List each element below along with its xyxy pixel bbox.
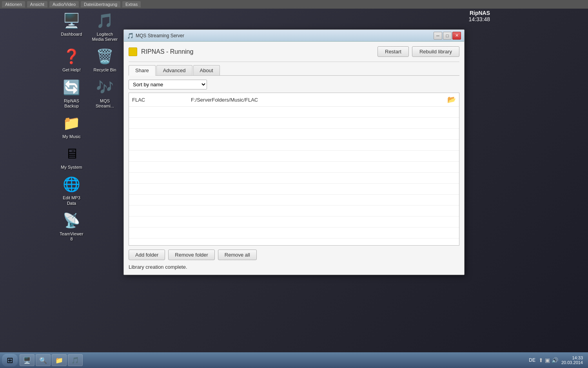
empty-row-12	[129, 228, 459, 239]
taskbar-icon-1: 🔍	[39, 357, 47, 364]
empty-row-3	[129, 129, 459, 140]
taskbar-icon-2: 📁	[55, 357, 63, 364]
taskbar-item-2[interactable]: 📁	[52, 354, 67, 366]
taskbar-item-3[interactable]: 🎵	[68, 354, 83, 366]
remove-all-button[interactable]: Remove all	[218, 250, 257, 260]
empty-row-1	[129, 107, 459, 118]
ripnas-backup-icon: 🔄	[62, 78, 81, 97]
taskbar-lang: DE	[529, 357, 535, 363]
desktop-icon-teamviewer[interactable]: 📡 TeamViewer 8	[57, 210, 86, 243]
topbar-tab-extras[interactable]: Extras	[122, 1, 141, 7]
desktop-icon-edit-mp3[interactable]: 🌐 Edit MP3 Data	[57, 173, 86, 207]
dashboard-label: Dashboard	[61, 32, 82, 37]
close-button[interactable]: ✕	[452, 32, 461, 40]
mqs-window: 🎵 MQS Streaming Server ─ □ ✕ RIPNAS - Ru…	[123, 29, 465, 275]
tab-about[interactable]: About	[193, 65, 220, 75]
my-system-label: My System	[61, 165, 82, 170]
my-system-icon: 🖥	[62, 144, 81, 163]
gethelp-icon: ❓	[62, 47, 81, 66]
mqs-streaming-icon: 🎶	[96, 78, 114, 97]
ripnas-title: RipNAS	[469, 10, 490, 16]
dashboard-icon: 🖥️	[62, 11, 81, 30]
desktop-icon-gethelp[interactable]: ❓ Get Help!	[57, 46, 86, 74]
minimize-button[interactable]: ─	[434, 32, 442, 40]
header-divider	[129, 62, 459, 62]
edit-mp3-label: Edit MP3 Data	[58, 195, 85, 206]
taskbar-right: DE ⬆ ▣ 🔊 14:33 20.03.2014	[529, 355, 586, 365]
window-title: MQS Streaming Server	[136, 33, 431, 38]
my-music-label: My Music	[62, 134, 80, 139]
recycle-bin-icon: 🗑️	[96, 47, 114, 66]
empty-row-6	[129, 162, 459, 173]
empty-row-4	[129, 140, 459, 151]
teamviewer-icon: 📡	[62, 211, 81, 230]
maximize-button[interactable]: □	[443, 32, 452, 40]
sort-row: Sort by name Sort by date Sort by type	[129, 80, 459, 89]
sort-select[interactable]: Sort by name Sort by date Sort by type	[129, 80, 207, 89]
empty-row-5	[129, 151, 459, 162]
topbar-tab-datei[interactable]: Dateiübertragung	[81, 1, 120, 7]
bottom-buttons: Add folder Remove folder Remove all	[129, 250, 459, 260]
status-text: Library creation complete.	[129, 264, 459, 270]
desktop-icon-ripnas-backup[interactable]: 🔄 RipNAS Backup	[57, 77, 86, 110]
empty-row-10	[129, 206, 459, 217]
desktop-icon-my-system[interactable]: 🖥 My System	[57, 143, 86, 171]
topbar-tab-ansicht[interactable]: Ansicht	[27, 1, 47, 7]
folder-list: FLAC F:/ServerFolders/Music/FLAC 📂	[129, 93, 459, 246]
header-buttons: Restart Rebuild library	[377, 46, 459, 57]
folder-list-row: FLAC F:/ServerFolders/Music/FLAC 📂	[129, 93, 459, 107]
taskbar-date: 20.03.2014	[561, 360, 583, 365]
folder-path: F:/ServerFolders/Music/FLAC	[191, 97, 447, 103]
window-content: RIPNAS - Running Restart Rebuild library…	[124, 42, 464, 275]
mqs-streaming-label: MQS Streami...	[92, 98, 118, 109]
empty-row-2	[129, 118, 459, 129]
logitech-icon: 🎵	[96, 11, 114, 30]
logitech-label: Logitech Media Server	[92, 32, 118, 42]
desktop-icons: 🖥️ Dashboard 🎵 Logitech Media Server ❓ G…	[57, 10, 127, 243]
app-title: RIPNAS - Running	[141, 48, 374, 55]
tab-bar: Share Advanced About	[129, 65, 459, 76]
empty-row-8	[129, 184, 459, 195]
taskbar-clock: 14:33 20.03.2014	[561, 355, 583, 365]
remove-folder-button[interactable]: Remove folder	[168, 250, 215, 260]
restart-button[interactable]: Restart	[377, 46, 409, 57]
status-indicator	[129, 47, 137, 56]
mqs-window-icon: 🎵	[127, 33, 133, 39]
tab-advanced[interactable]: Advanced	[156, 65, 192, 75]
window-controls: ─ □ ✕	[434, 32, 461, 40]
desktop-icon-my-music[interactable]: 📁 My Music	[57, 112, 86, 141]
start-button[interactable]: ⊞	[2, 354, 18, 366]
window-titlebar: 🎵 MQS Streaming Server ─ □ ✕	[124, 30, 464, 42]
topbar-tab-aktionen[interactable]: Aktionen	[2, 1, 25, 7]
desktop-icon-mqs-streaming[interactable]: 🎶 MQS Streami...	[90, 77, 120, 110]
taskbar-items: 🖥️ 🔍 📁 🎵	[20, 354, 527, 366]
desktop-icon-dashboard[interactable]: 🖥️ Dashboard	[57, 10, 86, 44]
taskbar: ⊞ 🖥️ 🔍 📁 🎵 DE ⬆ ▣ 🔊 14:33	[0, 352, 588, 368]
rebuild-library-button[interactable]: Rebuild library	[412, 46, 459, 57]
add-folder-button[interactable]: Add folder	[129, 250, 165, 260]
app-header: RIPNAS - Running Restart Rebuild library	[129, 46, 459, 57]
recycle-bin-label: Recycle Bin	[93, 67, 116, 73]
tab-share[interactable]: Share	[129, 65, 156, 76]
ripnas-backup-label: RipNAS Backup	[58, 98, 85, 109]
desktop-icon-recycle-bin[interactable]: 🗑️ Recycle Bin	[90, 46, 120, 74]
taskbar-item-0[interactable]: 🖥️	[20, 354, 34, 366]
topbar-tab-audio[interactable]: Audio/Video	[49, 1, 79, 7]
taskbar-time: 14:33	[561, 355, 583, 360]
folder-browse-icon[interactable]: 📂	[447, 95, 456, 104]
empty-row-9	[129, 195, 459, 206]
top-bar: Aktionen Ansicht Audio/Video Dateiübertr…	[0, 0, 588, 9]
edit-mp3-icon: 🌐	[62, 175, 81, 194]
my-music-icon: 📁	[62, 114, 81, 133]
empty-row-7	[129, 173, 459, 184]
desktop-icon-logitech[interactable]: 🎵 Logitech Media Server	[90, 10, 120, 44]
taskbar-item-1[interactable]: 🔍	[36, 354, 51, 366]
gethelp-label: Get Help!	[62, 67, 80, 73]
empty-row-11	[129, 217, 459, 228]
folder-name: FLAC	[132, 97, 191, 103]
teamviewer-label: TeamViewer 8	[58, 231, 85, 242]
ripnas-clock: RipNAS 14:33:48	[469, 10, 490, 22]
desktop: Aktionen Ansicht Audio/Video Dateiübertr…	[0, 0, 588, 368]
taskbar-icon-0: 🖥️	[23, 357, 31, 364]
ripnas-time: 14:33:48	[469, 16, 490, 22]
